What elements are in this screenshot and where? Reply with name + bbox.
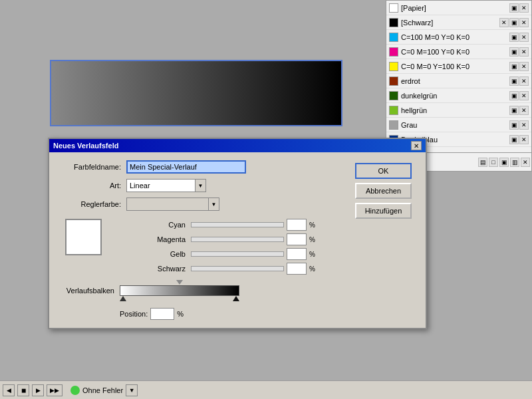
neues-verlaufsfeld-dialog: Neues Verlaufsfeld ✕ Farbfeldname: Art: …: [48, 138, 427, 329]
color-swatch: [389, 33, 398, 42]
reglerfarbe-row: Reglerfarbe: ▼: [60, 198, 347, 211]
color-remove-icon[interactable]: ✕: [519, 33, 529, 42]
color-name: erdrot: [401, 77, 507, 85]
schwarz-slider[interactable]: [191, 266, 284, 271]
dialog-title-bar: Neues Verlaufsfeld ✕: [49, 139, 426, 152]
color-swatch: [389, 120, 398, 130]
art-dropdown-button[interactable]: ▼: [196, 179, 206, 192]
reglerfarbe-select[interactable]: [126, 198, 209, 211]
color-list-item[interactable]: C=0 M=100 Y=0 K=0▣✕: [386, 45, 531, 59]
reglerfarbe-label: Reglerfarbe:: [60, 200, 126, 208]
color-name: [Schwarz]: [401, 19, 497, 27]
color-list-item[interactable]: hellgrün▣✕: [386, 103, 531, 118]
panel-icon-1[interactable]: ▤: [478, 158, 487, 167]
toolbar-btn-2[interactable]: ◼: [17, 384, 29, 396]
color-list-item[interactable]: [Papier]▣✕: [386, 1, 531, 15]
color-cmyk-icon[interactable]: ▣: [509, 47, 519, 57]
color-cmyk-icon[interactable]: ▣: [509, 106, 519, 115]
color-cmyk-icon[interactable]: ▣: [509, 76, 519, 86]
color-delete-icon[interactable]: ✕: [499, 18, 509, 27]
color-icons: ▣✕: [509, 106, 529, 115]
color-icons: ✕▣✕: [499, 18, 529, 27]
color-remove-icon[interactable]: ✕: [519, 135, 529, 144]
magenta-value[interactable]: [287, 233, 307, 245]
schwarz-value[interactable]: [287, 263, 307, 275]
color-cmyk-icon[interactable]: ▣: [509, 120, 519, 130]
color-cmyk-icon[interactable]: ▣: [509, 135, 519, 144]
color-remove-icon[interactable]: ✕: [519, 18, 529, 27]
cyan-slider[interactable]: [191, 222, 284, 227]
art-select-box[interactable]: Linear: [126, 179, 196, 192]
status-indicator: Ohne Fehler: [70, 386, 123, 395]
color-cmyk-icon[interactable]: ▣: [509, 62, 519, 71]
color-icons: ▣✕: [509, 135, 529, 144]
color-swatch: [389, 62, 398, 71]
verlaufsbalken-label: Verlaufsbalken: [60, 287, 120, 295]
color-icons: ▣✕: [509, 62, 529, 71]
color-name: hellgrün: [401, 106, 507, 114]
cyan-value[interactable]: [287, 219, 307, 231]
gradient-preview: [50, 60, 342, 126]
gradient-left-marker: [120, 296, 126, 301]
toolbar-btn-1[interactable]: ◀: [3, 384, 15, 396]
panel-icon-3[interactable]: ▣: [499, 158, 509, 167]
panel-icon-4[interactable]: ▥: [510, 158, 519, 167]
color-list-item[interactable]: C=0 M=0 Y=100 K=0▣✕: [386, 59, 531, 74]
color-list-item[interactable]: [Schwarz]✕▣✕: [386, 15, 531, 30]
color-cmyk-icon[interactable]: ▣: [509, 3, 519, 13]
color-panel: [Papier]▣✕[Schwarz]✕▣✕C=100 M=0 Y=0 K=0▣…: [386, 0, 532, 153]
dialog-title: Neues Verlaufsfeld: [53, 142, 118, 150]
gelb-slider[interactable]: [191, 251, 284, 257]
color-icons: ▣✕: [509, 91, 529, 100]
gradient-bar[interactable]: [120, 285, 239, 296]
color-list-item[interactable]: C=100 M=0 Y=0 K=0▣✕: [386, 30, 531, 45]
color-remove-icon[interactable]: ✕: [519, 62, 529, 71]
color-remove-icon[interactable]: ✕: [519, 47, 529, 57]
cyan-percent: %: [309, 221, 315, 229]
color-remove-icon[interactable]: ✕: [519, 3, 529, 13]
verlaufsbalken-section: Verlaufsbalken: [60, 285, 347, 296]
color-swatch: [389, 91, 398, 100]
color-swatch: [389, 47, 398, 57]
color-name: dunkelgrün: [401, 92, 507, 100]
color-cmyk-icon[interactable]: ▣: [509, 18, 519, 27]
status-dropdown-btn[interactable]: ▼: [126, 384, 138, 396]
position-input[interactable]: [150, 308, 174, 320]
gelb-row: Gelb %: [148, 248, 315, 260]
schwarz-label: Schwarz: [148, 265, 188, 273]
toolbar-btn-3[interactable]: ▶: [32, 384, 44, 396]
color-remove-icon[interactable]: ✕: [519, 106, 529, 115]
cyan-row: Cyan %: [148, 219, 315, 231]
hinzufuegen-button[interactable]: Hinzufügen: [355, 203, 412, 219]
panel-icon-2[interactable]: □: [489, 158, 498, 167]
color-list-item[interactable]: dunkelgrün▣✕: [386, 88, 531, 103]
magenta-slider[interactable]: [191, 237, 284, 242]
color-cmyk-icon[interactable]: ▣: [509, 33, 519, 42]
color-icons: ▣✕: [509, 76, 529, 86]
reglerfarbe-dropdown-button[interactable]: ▼: [209, 198, 219, 211]
color-cmyk-icon[interactable]: ▣: [509, 91, 519, 100]
position-row: Position: %: [60, 308, 347, 320]
color-remove-icon[interactable]: ✕: [519, 120, 529, 130]
abbrechen-button[interactable]: Abbrechen: [355, 183, 412, 199]
gelb-value[interactable]: [287, 248, 307, 260]
ok-button[interactable]: OK: [355, 163, 412, 179]
color-icons: ▣✕: [509, 3, 529, 13]
farbfeldname-input[interactable]: [126, 160, 246, 174]
gelb-percent: %: [309, 251, 315, 258]
color-remove-icon[interactable]: ✕: [519, 76, 529, 86]
status-text: Ohne Fehler: [82, 386, 123, 394]
color-preview-box: [65, 219, 102, 255]
color-name: C=100 M=0 Y=0 K=0: [401, 33, 507, 41]
farbfeldname-row: Farbfeldname:: [60, 160, 347, 174]
magenta-percent: %: [309, 236, 315, 243]
panel-icon-5[interactable]: ✕: [521, 158, 530, 167]
color-list-item[interactable]: Grau▣✕: [386, 118, 531, 132]
dialog-close-button[interactable]: ✕: [411, 141, 422, 150]
color-list-item[interactable]: erdrot▣✕: [386, 74, 531, 88]
sliders-area: Cyan % Magenta % Gelb: [148, 219, 315, 277]
color-remove-icon[interactable]: ✕: [519, 91, 529, 100]
schwarz-row: Schwarz %: [148, 263, 315, 275]
status-dot: [70, 386, 80, 395]
toolbar-btn-4[interactable]: ▶▶: [47, 384, 63, 396]
